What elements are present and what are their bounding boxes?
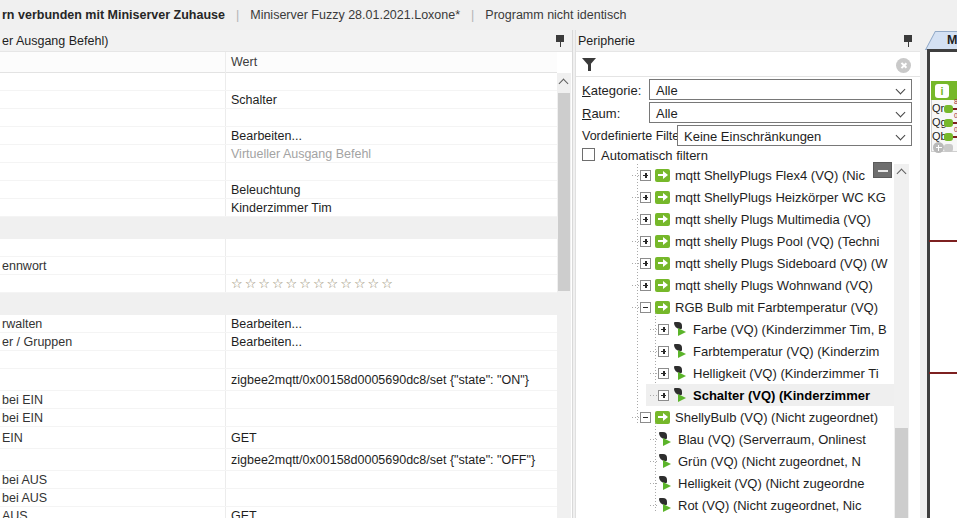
tree-item[interactable]: Farbtemperatur (VQ) (Kinderzim — [576, 340, 894, 362]
clear-filter-button[interactable] — [896, 58, 911, 73]
property-value[interactable]: Virtueller Ausgang Befehl — [225, 147, 557, 161]
property-row[interactable]: zigbee2mqtt/0x00158d0005690dc8/set {"sta… — [0, 449, 557, 471]
connection-wire[interactable] — [929, 372, 957, 374]
tree-item[interactable]: Blau (VQ) (Serverraum, Onlinest — [576, 428, 894, 450]
tree-item[interactable]: mqtt shelly Plugs Pool (VQ) (Techni — [576, 230, 894, 252]
property-value[interactable]: Bearbeiten... — [225, 317, 557, 331]
expander-icon[interactable] — [658, 324, 669, 335]
tree-item-label: mqtt shelly Plugs Multimedia (VQ) — [675, 212, 871, 227]
tree-item[interactable]: Helligkeit (VQ) (Kinderzimmer Ti — [576, 362, 894, 384]
auto-filter-checkbox[interactable] — [582, 148, 595, 161]
virtual-output-icon — [655, 257, 670, 270]
output-pin[interactable] — [944, 119, 953, 127]
expander-icon[interactable] — [640, 170, 651, 181]
scroll-up-icon[interactable] — [897, 169, 907, 179]
expander-icon[interactable] — [658, 368, 669, 379]
statusbar-separator: | — [471, 8, 474, 22]
output-command-icon — [673, 344, 688, 358]
expander-icon[interactable] — [658, 390, 669, 401]
property-row[interactable]: zigbee2mqtt/0x00158d0005690dc8/set {"sta… — [0, 369, 557, 391]
property-row[interactable]: Schalter — [0, 91, 557, 109]
kategorie-select[interactable]: Alle — [649, 79, 912, 100]
property-row[interactable]: bei EIN — [0, 409, 557, 427]
connection-wire[interactable] — [953, 122, 957, 124]
pin-icon[interactable] — [903, 34, 914, 47]
property-row[interactable] — [0, 351, 557, 369]
property-label: bei EIN — [0, 411, 225, 425]
tree-scrollbar[interactable] — [894, 164, 909, 518]
property-value[interactable]: GET — [225, 509, 557, 518]
property-row[interactable] — [0, 73, 557, 91]
scroll-up-icon[interactable] — [559, 79, 569, 89]
tree-item[interactable]: mqtt shelly Plugs Wohnwand (VQ) — [576, 274, 894, 296]
collapse-button[interactable] — [873, 162, 892, 178]
property-row[interactable]: ennwort — [0, 257, 557, 275]
function-block[interactable]: i Qr8Qg0Qb0 — [931, 81, 957, 152]
scrollbar-thumb[interactable] — [895, 428, 908, 518]
property-row[interactable]: bei AUS — [0, 489, 557, 507]
tree-item[interactable]: Grün (VQ) (Nicht zugeordnet, N — [576, 450, 894, 472]
property-row[interactable]: Kinderzimmer Tim — [0, 199, 557, 217]
property-value[interactable]: GET — [225, 431, 557, 445]
output-command-icon — [658, 498, 673, 512]
vordefinierte-filter-select[interactable]: Keine Einschränkungen — [677, 125, 912, 146]
property-row[interactable]: bei EIN — [0, 391, 557, 409]
property-value[interactable]: Bearbeiten... — [225, 129, 557, 143]
property-row[interactable]: ☆☆☆☆☆☆☆☆☆☆☆☆ — [0, 275, 557, 293]
output-command-icon — [673, 366, 688, 380]
expander-icon[interactable] — [640, 302, 651, 313]
connection-wire[interactable] — [953, 108, 957, 110]
tree-item[interactable]: mqtt ShellyPlugs Flex4 (VQ) (Nic — [576, 164, 894, 186]
properties-panel-titlebar: er Ausgang Befehl) — [0, 30, 572, 52]
property-value[interactable]: zigbee2mqtt/0x00158d0005690dc8/set {"sta… — [225, 453, 557, 467]
expander-icon[interactable] — [658, 346, 669, 357]
tree-item[interactable]: Schalter (VQ) (Kinderzimmer — [576, 384, 894, 406]
property-row[interactable] — [0, 239, 557, 257]
group-separator-row[interactable] — [0, 293, 557, 315]
property-row[interactable] — [0, 109, 557, 127]
property-row[interactable]: Beleuchtung — [0, 181, 557, 199]
connection-wire[interactable] — [953, 136, 957, 138]
property-row[interactable]: bei AUS — [0, 471, 557, 489]
tree-item[interactable]: Farbe (VQ) (Kinderzimmer Tim, B — [576, 318, 894, 340]
info-icon[interactable]: i — [935, 84, 949, 98]
expander-icon[interactable] — [640, 236, 651, 247]
expander-icon[interactable] — [640, 214, 651, 225]
tree-item[interactable]: ShellyBulb (VQ) (Nicht zugeordnet) — [576, 406, 894, 428]
pin-icon[interactable] — [555, 34, 566, 47]
group-separator-row[interactable] — [0, 217, 557, 239]
property-value[interactable]: Schalter — [225, 93, 557, 107]
expander-icon[interactable] — [640, 412, 651, 423]
property-value[interactable]: Bearbeiten... — [225, 335, 557, 349]
property-row[interactable]: rwalten Bearbeiten... — [0, 315, 557, 333]
raum-select[interactable]: Alle — [649, 102, 912, 123]
tree-item[interactable]: Rot (VQ) (Nicht zugeordnet, Nic — [576, 494, 894, 516]
scrollbar-thumb[interactable] — [558, 93, 570, 291]
password-stars[interactable]: ☆☆☆☆☆☆☆☆☆☆☆☆ — [225, 276, 557, 291]
property-value[interactable]: Kinderzimmer Tim — [225, 201, 557, 215]
property-row[interactable]: Bearbeiten... — [0, 127, 557, 145]
property-value[interactable]: Beleuchtung — [225, 183, 557, 197]
output-pin[interactable] — [944, 105, 953, 113]
property-label: bei AUS — [0, 473, 225, 487]
tree-item[interactable]: mqtt ShellyPlugs Heizkörper WC KG — [576, 186, 894, 208]
expander-icon[interactable] — [640, 192, 651, 203]
tree-item[interactable]: mqtt shelly Plugs Multimedia (VQ) — [576, 208, 894, 230]
unconnected-pin[interactable] — [944, 144, 953, 152]
property-row[interactable]: er / Gruppen Bearbeiten... — [0, 333, 557, 351]
property-value[interactable]: zigbee2mqtt/0x00158d0005690dc8/set {"sta… — [225, 373, 557, 387]
output-pin[interactable] — [944, 133, 953, 141]
tree-connector — [650, 351, 658, 352]
property-row[interactable] — [0, 163, 557, 181]
property-row[interactable]: EIN GET — [0, 427, 557, 449]
tree-item[interactable]: RGB Bulb mit Farbtemperatur (VQ) — [576, 296, 894, 318]
tree-item[interactable]: mqtt shelly Plugs Sideboard (VQ) (W — [576, 252, 894, 274]
connection-wire[interactable] — [929, 240, 957, 242]
expander-icon[interactable] — [640, 258, 651, 269]
property-row[interactable]: Virtueller Ausgang Befehl — [0, 145, 557, 163]
tree-item[interactable]: Helligkeit (VQ) (Nicht zugeordne — [576, 472, 894, 494]
property-row[interactable]: AUS GET — [0, 507, 557, 518]
auto-filter-row: Automatisch filtern — [576, 147, 921, 164]
expander-icon[interactable] — [640, 280, 651, 291]
properties-scrollbar[interactable] — [557, 73, 571, 518]
